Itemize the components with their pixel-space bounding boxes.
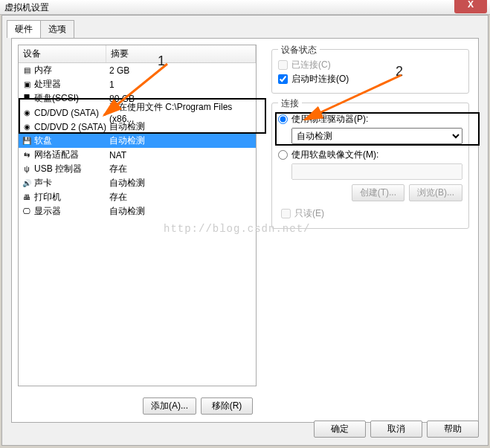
usb-icon: ψ xyxy=(22,164,32,175)
nic-icon: ⇆ xyxy=(22,150,32,160)
titlebar: 虚拟机设置 X xyxy=(0,0,490,15)
device-name: 处理器 xyxy=(34,78,61,91)
create-button: 创建(T)... xyxy=(352,184,404,201)
device-summary: 自动检测 xyxy=(106,120,256,133)
physical-drive-select[interactable]: 自动检测 xyxy=(291,128,462,144)
cd-icon: ◉ xyxy=(22,122,32,132)
device-row[interactable]: 🖵显示器自动检测 xyxy=(19,204,256,218)
printer-icon: 🖶 xyxy=(22,192,32,203)
device-name: USB 控制器 xyxy=(34,163,82,175)
device-name: 显示器 xyxy=(34,205,61,218)
cancel-button[interactable]: 取消 xyxy=(370,421,422,438)
device-summary: 自动检测 xyxy=(106,177,256,189)
help-button[interactable]: 帮助 xyxy=(427,421,479,438)
device-summary: NAT xyxy=(106,150,256,160)
device-row[interactable]: ▣处理器1 xyxy=(19,77,256,91)
device-row[interactable]: 🔊声卡自动检测 xyxy=(19,176,256,190)
device-row[interactable]: ⇆网络适配器NAT xyxy=(19,148,256,162)
connect-at-power-label: 启动时连接(O) xyxy=(291,73,349,85)
device-summary: 1 xyxy=(106,79,256,90)
connection-label: 连接 xyxy=(278,97,302,110)
browse-button: 浏览(B)... xyxy=(409,184,462,201)
device-name: CD/DVD 2 (SATA) xyxy=(34,122,106,132)
readonly-label: 只读(E) xyxy=(294,207,324,220)
tab-options[interactable]: 选项 xyxy=(40,20,74,38)
remove-button[interactable]: 移除(R) xyxy=(201,397,253,415)
device-row[interactable]: ◉CD/DVD (SATA)正在使用文件 C:\Program Files (x… xyxy=(19,105,256,120)
connected-label: 已连接(C) xyxy=(291,59,331,71)
floppy-icon: 💾 xyxy=(22,136,32,146)
connect-at-power-checkbox[interactable] xyxy=(278,74,288,84)
use-image-label: 使用软盘映像文件(M): xyxy=(291,149,378,161)
add-button[interactable]: 添加(A)... xyxy=(143,397,196,415)
memory-icon: ▤ xyxy=(22,65,32,76)
col-device: 设备 xyxy=(19,45,106,62)
image-path-field[interactable] xyxy=(291,163,462,180)
device-row[interactable]: 🖶打印机存在 xyxy=(19,190,256,204)
device-name: 内存 xyxy=(34,64,52,77)
device-summary: 存在 xyxy=(106,191,256,204)
readonly-checkbox[interactable] xyxy=(281,209,291,218)
tabbar: 硬件 选项 设备 摘要 ▤内存2 GB▣处理器1▀硬盘(SCSI)80 GB◉C… xyxy=(2,16,488,423)
device-list[interactable]: 设备 摘要 ▤内存2 GB▣处理器1▀硬盘(SCSI)80 GB◉CD/DVD … xyxy=(18,45,257,386)
use-image-radio[interactable] xyxy=(278,150,288,160)
sound-icon: 🔊 xyxy=(22,178,32,189)
device-name: 网络适配器 xyxy=(34,149,79,161)
tab-hardware[interactable]: 硬件 xyxy=(7,20,41,38)
device-list-header: 设备 摘要 xyxy=(19,45,256,63)
window-title: 虚拟机设置 xyxy=(4,2,49,13)
device-name: 声卡 xyxy=(34,177,52,189)
device-row[interactable]: 💾软盘自动检测 xyxy=(19,134,256,148)
ok-button[interactable]: 确定 xyxy=(314,421,366,438)
device-status-label: 设备状态 xyxy=(278,44,320,56)
device-name: 软盘 xyxy=(34,134,52,147)
device-summary: 2 GB xyxy=(106,65,256,76)
device-row[interactable]: ψUSB 控制器存在 xyxy=(19,162,256,176)
device-summary: 自动检测 xyxy=(106,205,256,218)
use-physical-radio[interactable] xyxy=(278,114,288,124)
use-physical-label: 使用物理驱动器(P): xyxy=(291,113,368,126)
device-summary: 存在 xyxy=(106,163,256,175)
cpu-icon: ▣ xyxy=(22,79,32,90)
cd-icon: ◉ xyxy=(22,108,32,118)
tab-panel: 设备 摘要 ▤内存2 GB▣处理器1▀硬盘(SCSI)80 GB◉CD/DVD … xyxy=(11,38,479,423)
device-name: 打印机 xyxy=(34,191,61,204)
device-name: CD/DVD (SATA) xyxy=(34,108,99,118)
device-row[interactable]: ◉CD/DVD 2 (SATA)自动检测 xyxy=(19,120,256,134)
device-name: 硬盘(SCSI) xyxy=(34,92,79,105)
device-status-group: 设备状态 已连接(C) 启动时连接(O) xyxy=(271,49,469,94)
col-summary: 摘要 xyxy=(106,45,256,62)
dialog-window: 硬件 选项 设备 摘要 ▤内存2 GB▣处理器1▀硬盘(SCSI)80 GB◉C… xyxy=(1,15,489,446)
connected-checkbox[interactable] xyxy=(278,60,288,70)
display-icon: 🖵 xyxy=(22,207,32,217)
device-row[interactable]: ▤内存2 GB xyxy=(19,63,256,77)
device-summary: 自动检测 xyxy=(106,134,256,147)
hdd-icon: ▀ xyxy=(22,94,32,104)
close-icon[interactable]: X xyxy=(454,0,487,13)
connection-group: 连接 使用物理驱动器(P): 自动检测 使用软盘映像文件(M): xyxy=(271,103,469,229)
